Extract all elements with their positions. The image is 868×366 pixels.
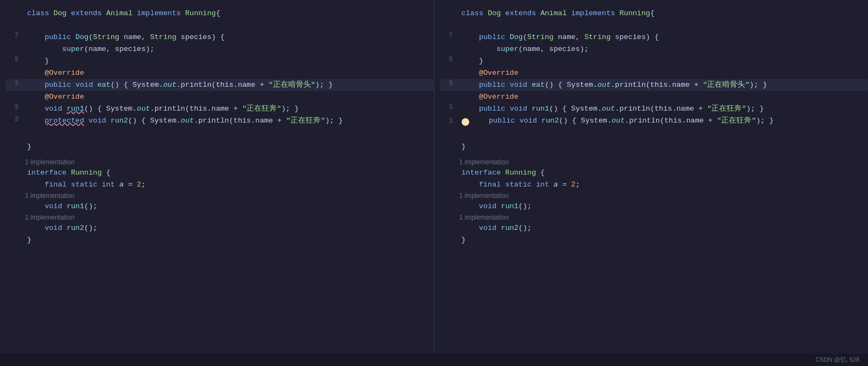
line-content: void run2();	[462, 222, 866, 234]
line-content: interface Running {	[27, 167, 432, 179]
line: 7 public Dog(String name, String species…	[440, 31, 869, 43]
bulb-icon[interactable]	[462, 118, 469, 126]
closing-brace-line	[5, 129, 434, 141]
line-num: 9	[442, 55, 453, 63]
line: void run1();	[5, 201, 434, 213]
line-content: final static int a = 2;	[27, 179, 432, 191]
line-num: 3	[8, 103, 18, 111]
line: 3 void run1() { System.out.println(this.…	[5, 103, 434, 115]
line-content: protected void run2() { System.out.print…	[27, 115, 432, 127]
line-content: class Dog extends Animal implements Runn…	[462, 8, 866, 20]
line: void run2();	[440, 222, 869, 234]
line-num: 3	[442, 103, 453, 111]
line-content: void run1();	[27, 201, 432, 213]
line: 9 }	[5, 55, 434, 67]
line-content: super(name, species);	[462, 43, 866, 55]
line-content: @Override	[27, 91, 432, 103]
line	[440, 20, 869, 31]
line: void run1();	[440, 201, 869, 213]
line-num: 9	[8, 55, 18, 63]
right-interface-block: 1 implementation interface Running { fin…	[440, 157, 869, 246]
line: @Override	[440, 67, 869, 79]
line-content: public void run2() { System.out.println(…	[471, 115, 866, 127]
line-content: public Dog(String name, String species) …	[462, 31, 866, 43]
line-content: }	[27, 141, 432, 153]
closing-brace-line: }	[440, 141, 869, 153]
left-interface-block: 1 implementation interface Running { fin…	[5, 157, 434, 246]
line-content: class Dog extends Animal implements Runn…	[27, 8, 432, 20]
line: 3 public void eat() { System.out.println…	[440, 79, 869, 91]
closing-brace-line	[440, 129, 869, 141]
line-content: @Override	[462, 67, 866, 79]
line-content: interface Running {	[462, 167, 866, 179]
line: 9 }	[440, 55, 869, 67]
right-class-block: class Dog extends Animal implements Runn…	[440, 5, 869, 129]
line-content: }	[27, 55, 432, 67]
line	[5, 20, 434, 31]
line: class Dog extends Animal implements Runn…	[5, 8, 434, 20]
line-content: public Dog(String name, String species) …	[27, 31, 432, 43]
line: interface Running {	[440, 167, 869, 179]
line: }	[5, 234, 434, 246]
line-content: @Override	[27, 67, 432, 79]
line: class Dog extends Animal implements Runn…	[440, 8, 869, 20]
impl-hint: 1 implementation	[5, 191, 434, 201]
line-content: public void eat() { System.out.println(t…	[462, 79, 866, 91]
line: final static int a = 2;	[5, 179, 434, 191]
line: 3 protected void run2() { System.out.pri…	[5, 115, 434, 127]
line-content: public void eat() { System.out.println(t…	[27, 79, 432, 91]
line: 3 public void run2() { System.out.printl…	[440, 115, 869, 127]
footer: CSDN @忆, 528	[0, 354, 868, 366]
line: 3 public void eat() { System.out.println…	[5, 79, 434, 91]
line: void run2();	[5, 222, 434, 234]
line-content: }	[462, 234, 866, 246]
line-content: @Override	[462, 91, 866, 103]
line: @Override	[5, 91, 434, 103]
closing-brace-line: }	[5, 141, 434, 153]
line-num: 3	[8, 115, 18, 123]
right-panel: class Dog extends Animal implements Runn…	[435, 0, 869, 354]
line: 7 public Dog(String name, String species…	[5, 31, 434, 43]
line-content: }	[462, 55, 866, 67]
impl-hint: 1 implementation	[440, 213, 869, 222]
line: @Override	[440, 91, 869, 103]
line-content: void run1() { System.out.println(this.na…	[27, 103, 432, 115]
line-content: super(name, species);	[27, 43, 432, 55]
line: 3 public void run1() { System.out.printl…	[440, 103, 869, 115]
line-num: 7	[442, 31, 453, 40]
line-content: void run2();	[27, 222, 432, 234]
line-content: }	[462, 141, 866, 153]
line: interface Running {	[5, 167, 434, 179]
line: @Override	[5, 67, 434, 79]
impl-hint: 1 implementation	[5, 213, 434, 222]
line: super(name, species);	[5, 43, 434, 55]
line-num: 7	[8, 31, 18, 40]
line-num: 3	[8, 79, 18, 87]
impl-hint: 1 implementation	[440, 157, 869, 167]
line: final static int a = 2;	[440, 179, 869, 191]
line: }	[440, 234, 869, 246]
left-panel: class Dog extends Animal implements Runn…	[0, 0, 435, 354]
panels-container: class Dog extends Animal implements Runn…	[0, 0, 868, 354]
line-content: final static int a = 2;	[462, 179, 866, 191]
line-num: 3	[442, 79, 453, 87]
impl-hint: 1 implementation	[5, 157, 434, 167]
line-content: public void run1() { System.out.println(…	[462, 103, 866, 115]
impl-hint: 1 implementation	[440, 191, 869, 201]
line: super(name, species);	[440, 43, 869, 55]
line-content: }	[27, 234, 432, 246]
left-class-block: class Dog extends Animal implements Runn…	[5, 5, 434, 129]
line-content: void run1();	[462, 201, 866, 213]
line-num: 3	[442, 117, 453, 125]
footer-credit: CSDN @忆, 528	[815, 356, 859, 363]
